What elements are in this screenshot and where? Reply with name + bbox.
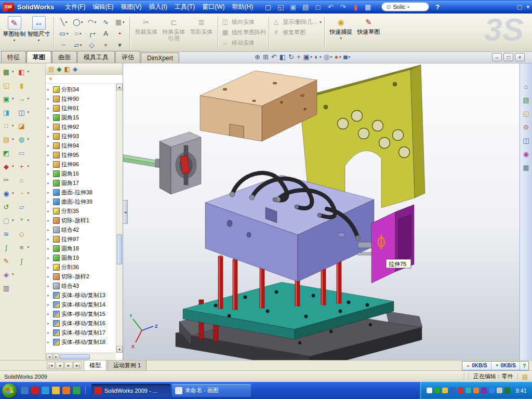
feature-tree-item[interactable]: ▸ 拉伸90 — [47, 94, 116, 103]
left-toolbar-icon[interactable]: ◩ — [2, 147, 14, 158]
feature-tree-item[interactable]: ▸ 分割35 — [47, 206, 116, 216]
left-toolbar-icon[interactable]: ⌂ — [17, 174, 30, 185]
point-tool-icon[interactable]: • — [113, 28, 127, 39]
close-window-button[interactable]: × — [515, 53, 525, 61]
feature-tree-item[interactable]: ▸ 圆角18 — [47, 244, 116, 253]
left-toolbar-icon[interactable]: ↺ — [2, 201, 14, 212]
left-toolbar-icon[interactable]: ≋ — [2, 228, 14, 240]
feature-tree-item[interactable]: ▸ 切除-放样2 — [47, 272, 116, 281]
tray-icon-3[interactable] — [442, 388, 448, 393]
left-toolbar-icon[interactable]: ◧ ▾ — [17, 66, 30, 77]
left-toolbar-icon[interactable]: ◫ ▾ — [17, 107, 30, 118]
expand-arrow-icon[interactable]: ▸ — [47, 274, 51, 279]
rebuild-icon[interactable]: ▮ — [350, 2, 361, 11]
feature-tree-item[interactable]: ▸ 实体-移动/复制16 — [47, 318, 116, 328]
sketch-button[interactable]: ✎ 草图绘制 ▾ — [2, 15, 26, 51]
expand-arrow-icon[interactable]: ▸ — [47, 330, 51, 335]
rectangle-tool-icon[interactable]: ▭ ▾ — [57, 28, 71, 39]
scroll-down-button[interactable]: ▼ — [116, 346, 123, 353]
first-tab-button[interactable]: |◄ — [47, 362, 55, 369]
rapid-sketch-button[interactable]: ✎ 快速草图 — [355, 15, 382, 51]
feature-tree-item[interactable]: ▸ 曲面-拉伸38 — [47, 188, 116, 197]
menu-item[interactable]: 帮助(H) — [229, 1, 257, 14]
line-tool-icon[interactable]: ╲ ▾ — [57, 16, 71, 28]
feature-tree-item[interactable]: ▸ 圆角15 — [47, 113, 116, 122]
annotation-icon[interactable]: ▤ — [522, 373, 528, 380]
scrollbar-thumb[interactable] — [117, 234, 122, 264]
feature-tree-item[interactable]: ▸ 组合42 — [47, 225, 116, 234]
commandmanager-tab[interactable]: 评估 — [115, 51, 140, 63]
redo-icon[interactable]: ↷ — [338, 2, 348, 11]
scroll-right-button[interactable]: ► — [53, 354, 59, 360]
taskbar-button-solidworks[interactable]: SolidWorks 2009 - ... — [91, 384, 170, 397]
taskbar-button-paint[interactable]: 未命名 - 画图 — [172, 384, 251, 397]
offset-entities-button[interactable]: ≣ 等距实体 — [188, 15, 215, 51]
menu-item[interactable]: 插入(I) — [145, 1, 171, 14]
graphics-viewport[interactable]: 拉伸75 Y Z X — [123, 63, 520, 360]
left-toolbar-icon[interactable]: ◨ — [2, 107, 14, 118]
commandmanager-tab[interactable]: 草图 — [26, 51, 51, 63]
menu-item[interactable]: 编辑(E) — [89, 1, 117, 14]
expand-arrow-icon[interactable]: ▸ — [47, 256, 51, 260]
expand-arrow-icon[interactable]: ▸ — [47, 209, 51, 214]
rotate-view-icon[interactable]: ↻ — [288, 54, 294, 60]
media-player-icon[interactable] — [62, 387, 70, 394]
custom-properties-icon[interactable]: ▦ — [523, 164, 529, 171]
left-toolbar-icon[interactable]: * ▾ — [17, 215, 30, 226]
restore-window-button[interactable]: □ — [503, 53, 513, 61]
left-toolbar-icon[interactable]: ◔ ▾ — [17, 188, 30, 199]
expand-arrow-icon[interactable]: ▸ — [47, 284, 51, 288]
left-toolbar-icon[interactable]: ✎ — [2, 255, 14, 267]
zoom-area-icon[interactable]: ⊞ — [263, 54, 269, 60]
feature-tree-item[interactable]: ▸ 圆角16 — [47, 169, 116, 178]
expand-arrow-icon[interactable]: ▸ — [47, 218, 51, 223]
toolbar-flyout-icon[interactable]: ▾ — [526, 4, 529, 10]
save-icon[interactable]: ▣ — [288, 2, 298, 11]
display-delete-relations-button[interactable]: △ 显示/删除几... ▾ — [272, 18, 322, 26]
left-toolbar-icon[interactable]: ▮ — [17, 79, 30, 91]
expand-arrow-icon[interactable]: ▸ — [47, 125, 51, 129]
left-toolbar-icon[interactable]: ▤ ▾ — [2, 134, 14, 145]
undo-icon[interactable]: ↶ — [325, 2, 336, 11]
commandmanager-tab[interactable]: 特征 — [1, 51, 26, 63]
print-preview-icon[interactable]: ◻ — [313, 2, 323, 11]
feature-tree-item[interactable]: ▸ 实体-移动/复制15 — [47, 309, 116, 318]
left-toolbar-icon[interactable]: ▦ ▾ — [2, 66, 14, 77]
left-toolbar-icon[interactable]: ≡ ▾ — [17, 242, 30, 253]
dimxpertmanager-tab-icon[interactable]: ◈ — [73, 66, 77, 72]
tray-icon-4[interactable] — [450, 388, 456, 393]
commandmanager-tab[interactable]: DimXpert — [141, 52, 179, 63]
left-toolbar-icon[interactable]: ◍ ▾ — [17, 134, 30, 145]
view-palette-icon[interactable]: ◫ — [523, 137, 529, 144]
left-toolbar-icon[interactable]: ʃ — [2, 242, 14, 253]
tray-icon-1[interactable] — [427, 388, 432, 393]
expand-arrow-icon[interactable]: ▸ — [47, 115, 51, 120]
tray-icon-6[interactable] — [466, 388, 471, 393]
document-tab[interactable]: 运动算例 1 — [108, 361, 147, 371]
show-desktop-icon[interactable] — [21, 387, 29, 394]
feature-tree-item[interactable]: ▸ 实体-移动/复制14 — [47, 300, 116, 309]
tree-horizontal-scrollbar[interactable]: ◄ ► — [46, 353, 116, 360]
new-document-icon[interactable]: ▢ — [263, 2, 273, 11]
smart-dimension-button[interactable]: ↔ 智能尺寸 ▾ — [26, 15, 51, 51]
model-clamp-block[interactable] — [159, 132, 201, 194]
menu-item[interactable]: 视图(V) — [117, 1, 145, 14]
configurationmanager-tab-icon[interactable]: ◧ — [64, 66, 70, 72]
scroll-up-button[interactable]: ▲ — [116, 84, 123, 90]
sketch-fillet-icon[interactable]: ╭ ▾ — [85, 28, 99, 39]
previous-view-icon[interactable]: ↶ — [271, 54, 277, 60]
menu-item[interactable]: 文件(F) — [61, 1, 89, 14]
polygon-tool-icon[interactable]: ◇ — [85, 39, 99, 50]
expand-arrow-icon[interactable]: ▸ — [47, 200, 51, 204]
open-icon[interactable]: ◱ — [275, 2, 286, 11]
options-icon[interactable]: ▦ — [363, 2, 373, 11]
expand-arrow-icon[interactable]: ▸ — [47, 321, 51, 326]
left-toolbar-icon[interactable]: → ▾ — [17, 93, 30, 104]
search-caret-icon[interactable]: ▾ — [407, 5, 409, 9]
internet-explorer-icon[interactable] — [42, 387, 49, 394]
feature-tree-item[interactable]: ▸ 切除-放样1 — [47, 216, 116, 225]
search-input[interactable]: ⊙ Solic ▾ — [381, 2, 429, 11]
print-icon[interactable]: ▤ — [300, 2, 311, 11]
left-toolbar-icon[interactable]: ◆ ▾ — [2, 161, 14, 172]
menu-item[interactable]: 工具(T) — [171, 1, 198, 14]
